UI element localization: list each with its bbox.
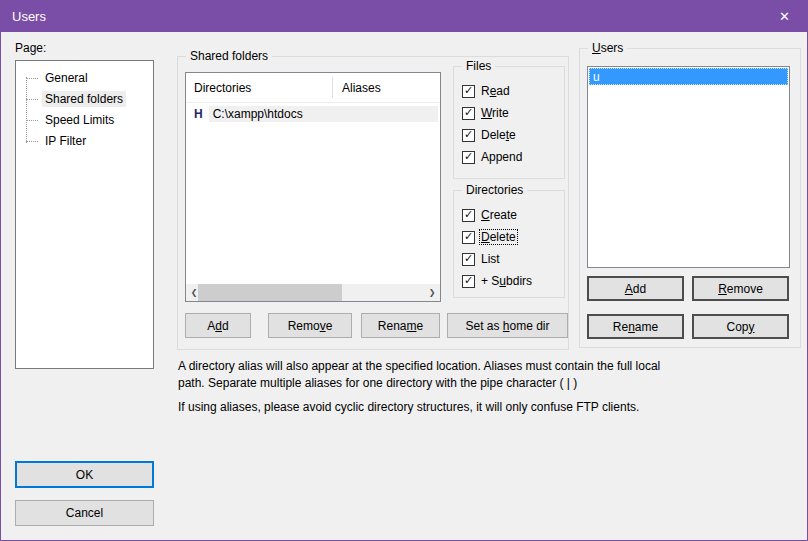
page-tree: General Shared folders Speed Limits IP F… xyxy=(15,60,154,369)
directory-row[interactable]: H C:\xampp\htdocs xyxy=(186,103,440,124)
tree-item-shared-folders[interactable]: Shared folders xyxy=(16,90,126,108)
close-icon: ✕ xyxy=(779,9,790,24)
column-header-aliases[interactable]: Aliases xyxy=(332,81,381,95)
directories-group-label: Directories xyxy=(462,183,527,197)
user-list-item[interactable]: u xyxy=(589,68,788,85)
checkbox-label: Read xyxy=(480,84,511,98)
shared-folders-list: Directories Aliases H C:\xampp\htdocs ❮ … xyxy=(185,72,441,302)
tree-item-ip-filter[interactable]: IP Filter xyxy=(16,132,89,150)
rename-user-button[interactable]: Rename xyxy=(587,314,684,339)
dirs-subdirs-row: ✓ + Subdirs xyxy=(462,273,533,289)
tree-item-general[interactable]: General xyxy=(16,69,91,87)
add-folder-button[interactable]: Add xyxy=(185,313,251,338)
checkbox-label: Append xyxy=(480,150,523,164)
button-label: Rename xyxy=(378,319,423,333)
tree-item-label: General xyxy=(42,70,91,86)
home-marker: H xyxy=(194,107,203,121)
button-label: Remove xyxy=(718,282,763,296)
column-header-directories[interactable]: Directories xyxy=(186,81,332,95)
checkbox-files-write[interactable]: ✓ xyxy=(462,107,475,120)
remove-user-button[interactable]: Remove xyxy=(692,276,789,301)
scroll-left-icon: ❮ xyxy=(191,288,198,297)
checkbox-dirs-delete[interactable]: ✓ xyxy=(462,231,475,244)
checkbox-files-read[interactable]: ✓ xyxy=(462,85,475,98)
close-button[interactable]: ✕ xyxy=(762,0,807,32)
alias-note: A directory alias will also appear at th… xyxy=(178,358,660,392)
checkbox-dirs-create[interactable]: ✓ xyxy=(462,209,475,222)
dirs-list-row: ✓ List xyxy=(462,251,501,267)
set-as-home-dir-button[interactable]: Set as home dir xyxy=(447,313,568,338)
files-read-row: ✓ Read xyxy=(462,83,511,99)
user-name: u xyxy=(593,70,600,84)
checkbox-label: List xyxy=(480,252,501,266)
check-icon: ✓ xyxy=(464,107,473,118)
page-label: Page: xyxy=(15,41,46,55)
alias-note-line: A directory alias will also appear at th… xyxy=(178,358,660,375)
files-group: Files ✓ Read ✓ Write ✓ Delete ✓ Append xyxy=(453,66,565,179)
copy-user-button[interactable]: Copy xyxy=(692,314,789,339)
cyclic-note: If using aliases, please avoid cyclic di… xyxy=(178,399,639,416)
add-user-button[interactable]: Add xyxy=(587,276,684,301)
check-icon: ✓ xyxy=(464,209,473,220)
users-dialog: Users ✕ Page: General Shared folders Spe… xyxy=(0,0,808,541)
button-label: Remove xyxy=(288,319,333,333)
button-label: Set as home dir xyxy=(465,319,549,333)
check-icon: ✓ xyxy=(464,275,473,286)
titlebar: Users ✕ xyxy=(1,0,807,32)
window-title: Users xyxy=(12,9,46,24)
users-listbox[interactable]: u xyxy=(587,66,790,268)
files-append-row: ✓ Append xyxy=(462,149,523,165)
button-label: OK xyxy=(76,468,93,482)
button-label: Rename xyxy=(613,320,658,334)
directory-path: C:\xampp\htdocs xyxy=(209,106,438,122)
checkbox-dirs-subdirs[interactable]: ✓ xyxy=(462,275,475,288)
cancel-button[interactable]: Cancel xyxy=(15,500,154,526)
check-icon: ✓ xyxy=(464,151,473,162)
files-group-label: Files xyxy=(462,59,495,73)
button-label: Add xyxy=(625,282,646,296)
check-icon: ✓ xyxy=(464,85,473,96)
checkbox-label: Write xyxy=(480,106,510,120)
checkbox-label: Create xyxy=(480,208,518,222)
scroll-right-icon: ❯ xyxy=(429,288,436,297)
scroll-right-arrow[interactable]: ❯ xyxy=(424,284,440,301)
checkbox-label: Delete xyxy=(480,230,517,244)
rename-folder-button[interactable]: Rename xyxy=(361,313,440,338)
list-header: Directories Aliases xyxy=(186,73,440,103)
button-label: Cancel xyxy=(66,506,103,520)
files-delete-row: ✓ Delete xyxy=(462,127,517,143)
ok-button[interactable]: OK xyxy=(15,461,154,488)
remove-folder-button[interactable]: Remove xyxy=(268,313,352,338)
users-group-label: Users xyxy=(588,41,627,55)
tree-item-label: Speed Limits xyxy=(42,112,117,128)
button-label: Copy xyxy=(726,320,754,334)
tree-item-speed-limits[interactable]: Speed Limits xyxy=(16,111,117,129)
horizontal-scrollbar[interactable]: ❮ ❯ xyxy=(186,284,440,301)
check-icon: ✓ xyxy=(464,129,473,140)
checkbox-label: + Subdirs xyxy=(480,274,533,288)
checkbox-dirs-list[interactable]: ✓ xyxy=(462,253,475,266)
checkbox-files-append[interactable]: ✓ xyxy=(462,151,475,164)
checkbox-files-delete[interactable]: ✓ xyxy=(462,129,475,142)
scrollbar-thumb[interactable] xyxy=(198,284,342,301)
check-icon: ✓ xyxy=(464,231,473,242)
button-label: Add xyxy=(207,319,228,333)
alias-note-line: path. Separate multiple aliases for one … xyxy=(178,375,660,392)
column-separator[interactable] xyxy=(332,77,333,98)
tree-item-label: IP Filter xyxy=(42,133,89,149)
dirs-delete-row: ✓ Delete xyxy=(462,229,517,245)
dirs-create-row: ✓ Create xyxy=(462,207,518,223)
check-icon: ✓ xyxy=(464,253,473,264)
checkbox-label: Delete xyxy=(480,128,517,142)
tree-item-label: Shared folders xyxy=(42,91,126,107)
files-write-row: ✓ Write xyxy=(462,105,510,121)
directories-group: Directories ✓ Create ✓ Delete ✓ List ✓ +… xyxy=(453,190,565,298)
shared-folders-group-label: Shared folders xyxy=(186,49,272,63)
